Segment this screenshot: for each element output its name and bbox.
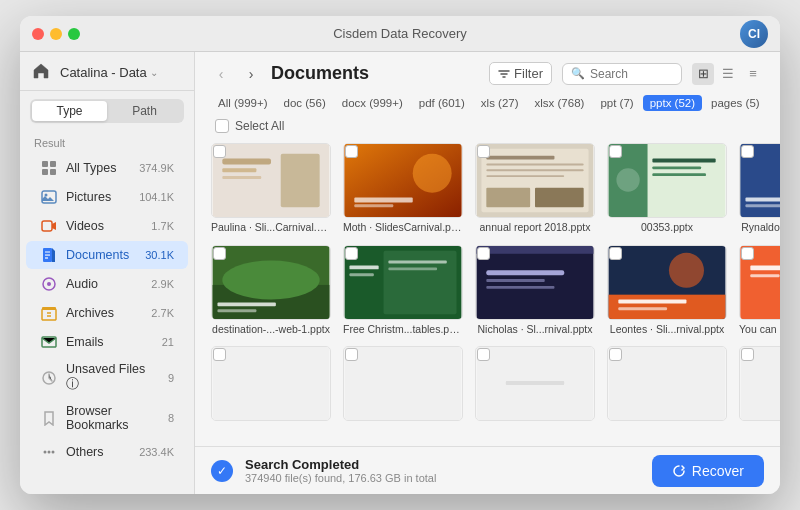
sidebar-item-audio[interactable]: Audio 2.9K [26, 270, 188, 298]
file-checkbox-8[interactable] [609, 247, 622, 260]
minimize-button[interactable] [50, 28, 62, 40]
file-item[interactable] [471, 342, 599, 426]
file-name-7: Nicholas · Sl...rnival.pptx [475, 323, 595, 337]
sidebar-count-emails: 21 [162, 336, 174, 348]
filter-tab-7[interactable]: pptx (52) [643, 95, 702, 111]
file-item[interactable]: 00353.pptx [603, 139, 731, 237]
file-checkbox-11[interactable] [345, 348, 358, 361]
filter-tab-1[interactable]: doc (56) [277, 95, 333, 111]
sidebar-item-pictures[interactable]: Pictures 104.1K [26, 183, 188, 211]
file-item[interactable]: Free Christm...tables.pptx [339, 241, 467, 339]
sidebar-item-emails[interactable]: Emails 21 [26, 328, 188, 356]
header-actions: Filter 🔍 ⊞ ☰ ≡ [489, 62, 764, 85]
grid-view-icon[interactable]: ⊞ [692, 63, 714, 85]
select-all-checkbox[interactable] [215, 119, 229, 133]
file-checkbox-9[interactable] [741, 247, 754, 260]
file-checkbox-0[interactable] [213, 145, 226, 158]
sidebar-label-emails: Emails [66, 335, 154, 349]
file-item[interactable]: annual report 2018.pptx [471, 139, 599, 237]
all-types-icon [40, 159, 58, 177]
drive-label[interactable]: Catalina - Data ⌄ [60, 65, 158, 80]
tab-path[interactable]: Path [107, 101, 182, 121]
file-item[interactable] [207, 342, 335, 426]
sidebar-item-archives[interactable]: Archives 2.7K [26, 299, 188, 327]
file-checkbox-3[interactable] [609, 145, 622, 158]
file-item[interactable]: You can use ...videos.pptx [735, 241, 780, 339]
file-checkbox-2[interactable] [477, 145, 490, 158]
filter-button[interactable]: Filter [489, 62, 552, 85]
file-name-2: annual report 2018.pptx [475, 221, 595, 235]
file-checkbox-4[interactable] [741, 145, 754, 158]
status-sub: 374940 file(s) found, 176.63 GB in total [245, 472, 640, 484]
chevron-down-icon: ⌄ [150, 67, 158, 78]
svg-rect-54 [217, 302, 275, 306]
filter-tab-6[interactable]: ppt (7) [593, 95, 640, 111]
file-checkbox-14[interactable] [741, 348, 754, 361]
file-item[interactable] [339, 342, 467, 426]
svg-rect-64 [486, 279, 544, 282]
file-name-5: destination-...-web-1.pptx [211, 323, 331, 337]
filter-tab-3[interactable]: pdf (601) [412, 95, 472, 111]
svg-rect-69 [618, 299, 686, 303]
file-checkbox-6[interactable] [345, 247, 358, 260]
file-thumb-wrap [607, 143, 727, 218]
svg-point-21 [52, 451, 55, 454]
sidebar-item-bookmarks[interactable]: Browser Bookmarks 8 [26, 399, 188, 437]
tab-type[interactable]: Type [32, 101, 107, 121]
sidebar-item-all-types[interactable]: All Types 374.9K [26, 154, 188, 182]
sidebar-label-archives: Archives [66, 306, 143, 320]
file-checkbox-13[interactable] [609, 348, 622, 361]
file-checkbox-10[interactable] [213, 348, 226, 361]
file-thumb-wrap [211, 346, 331, 421]
list-view-icon[interactable]: ☰ [717, 63, 739, 85]
avatar[interactable]: CI [740, 20, 768, 48]
file-item[interactable]: Paulina · Sli...Carnival.pptx [207, 139, 335, 237]
file-grid-container[interactable]: Paulina · Sli...Carnival.pptx Moth · Sli… [195, 137, 780, 446]
file-checkbox-5[interactable] [213, 247, 226, 260]
file-item[interactable]: destination-...-web-1.pptx [207, 241, 335, 339]
file-checkbox-1[interactable] [345, 145, 358, 158]
file-thumb-wrap [607, 245, 727, 320]
recover-button[interactable]: Recover [652, 455, 764, 487]
sidebar-label-others: Others [66, 445, 131, 459]
svg-rect-25 [222, 176, 261, 179]
filter-tab-4[interactable]: xls (27) [474, 95, 526, 111]
search-input[interactable] [590, 67, 670, 81]
filter-tab-5[interactable]: xlsx (768) [528, 95, 592, 111]
file-item[interactable]: Leontes · Sli...rnival.pptx [603, 241, 731, 339]
sidebar-item-documents[interactable]: Documents 30.1K [26, 241, 188, 269]
svg-rect-23 [222, 159, 271, 165]
svg-rect-66 [477, 246, 594, 254]
status-title: Search Completed [245, 457, 640, 472]
svg-rect-1 [50, 161, 56, 167]
file-checkbox-12[interactable] [477, 348, 490, 361]
file-item[interactable]: Moth · SlidesCarnival.pptx [339, 139, 467, 237]
sidebar-item-unsaved[interactable]: Unsaved Files ⓘ 9 [26, 357, 188, 398]
file-thumb-wrap [739, 143, 780, 218]
svg-point-45 [616, 168, 639, 191]
file-thumb-wrap [211, 143, 331, 218]
svg-rect-57 [384, 251, 457, 314]
back-button[interactable]: ‹ [211, 64, 231, 84]
filter-tab-2[interactable]: docx (999+) [335, 95, 410, 111]
sidebar-count-videos: 1.7K [151, 220, 174, 232]
filter-tab-0[interactable]: All (999+) [211, 95, 275, 111]
svg-rect-65 [486, 286, 554, 289]
close-button[interactable] [32, 28, 44, 40]
forward-button[interactable]: › [241, 64, 261, 84]
file-checkbox-7[interactable] [477, 247, 490, 260]
filter-tab-8[interactable]: pages (5) [704, 95, 764, 111]
file-item[interactable] [603, 342, 731, 426]
sidebar-item-others[interactable]: Others 233.4K [26, 438, 188, 466]
file-item[interactable] [735, 342, 780, 426]
file-item[interactable]: Nicholas · Sl...rnival.pptx [471, 241, 599, 339]
maximize-button[interactable] [68, 28, 80, 40]
file-thumbnail-8 [607, 245, 727, 320]
sidebar-items: All Types 374.9K Pictures 104.1K Videos … [20, 153, 194, 467]
main-content: Catalina - Data ⌄ Type Path Result All T… [20, 52, 780, 494]
file-item[interactable]: Rynaldo · Sli...rnival.pptx [735, 139, 780, 237]
sidebar-item-videos[interactable]: Videos 1.7K [26, 212, 188, 240]
svg-rect-13 [42, 309, 56, 320]
home-icon[interactable] [32, 62, 52, 82]
detail-view-icon[interactable]: ≡ [742, 63, 764, 85]
